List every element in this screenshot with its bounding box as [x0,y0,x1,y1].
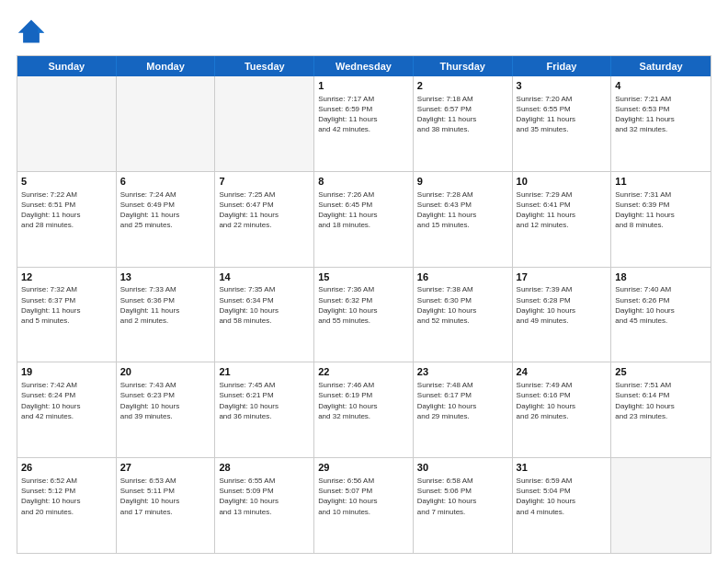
day-info: Sunrise: 7:18 AM Sunset: 6:57 PM Dayligh… [417,94,508,135]
calendar-cell-day-18: 18Sunrise: 7:40 AM Sunset: 6:26 PM Dayli… [611,268,711,362]
day-info: Sunrise: 7:40 AM Sunset: 6:26 PM Dayligh… [615,284,707,326]
calendar-cell-day-11: 11Sunrise: 7:31 AM Sunset: 6:39 PM Dayli… [611,172,711,267]
calendar-row-1: 5Sunrise: 7:22 AM Sunset: 6:51 PM Daylig… [17,171,711,267]
calendar-cell-day-21: 21Sunrise: 7:45 AM Sunset: 6:21 PM Dayli… [215,362,314,457]
calendar-cell-day-8: 8Sunrise: 7:26 AM Sunset: 6:45 PM Daylig… [314,172,414,267]
calendar-cell-day-31: 31Sunrise: 6:59 AM Sunset: 5:04 PM Dayli… [513,458,612,553]
calendar-cell-day-25: 25Sunrise: 7:51 AM Sunset: 6:14 PM Dayli… [611,362,711,457]
day-info: Sunrise: 7:38 AM Sunset: 6:30 PM Dayligh… [417,284,508,326]
weekday-header-saturday: Saturday [611,56,711,76]
day-info: Sunrise: 7:25 AM Sunset: 6:47 PM Dayligh… [219,190,310,231]
calendar-row-3: 19Sunrise: 7:42 AM Sunset: 6:24 PM Dayli… [17,362,711,457]
logo [17,17,50,46]
weekday-header-thursday: Thursday [414,56,513,76]
calendar-cell-day-9: 9Sunrise: 7:28 AM Sunset: 6:43 PM Daylig… [414,172,513,267]
day-info: Sunrise: 7:24 AM Sunset: 6:49 PM Dayligh… [120,190,211,231]
calendar-cell-day-20: 20Sunrise: 7:43 AM Sunset: 6:23 PM Dayli… [117,362,216,457]
day-info: Sunrise: 7:36 AM Sunset: 6:32 PM Dayligh… [318,284,409,326]
calendar-body: 1Sunrise: 7:17 AM Sunset: 6:59 PM Daylig… [17,76,711,553]
calendar-row-0: 1Sunrise: 7:17 AM Sunset: 6:59 PM Daylig… [17,76,711,171]
day-number: 1 [318,79,409,93]
calendar-cell-empty [611,458,711,553]
day-number: 15 [318,270,409,284]
calendar-cell-day-23: 23Sunrise: 7:48 AM Sunset: 6:17 PM Dayli… [414,362,513,457]
calendar-cell-day-16: 16Sunrise: 7:38 AM Sunset: 6:30 PM Dayli… [414,268,513,362]
day-info: Sunrise: 7:20 AM Sunset: 6:55 PM Dayligh… [517,94,608,135]
day-info: Sunrise: 7:31 AM Sunset: 6:39 PM Dayligh… [615,190,707,231]
day-number: 20 [120,365,211,379]
day-info: Sunrise: 7:26 AM Sunset: 6:45 PM Dayligh… [318,190,409,231]
day-info: Sunrise: 6:58 AM Sunset: 5:06 PM Dayligh… [417,476,508,517]
day-number: 24 [517,365,608,379]
day-number: 16 [417,270,508,284]
day-info: Sunrise: 7:29 AM Sunset: 6:41 PM Dayligh… [517,190,608,231]
day-info: Sunrise: 6:59 AM Sunset: 5:04 PM Dayligh… [517,476,608,517]
day-number: 28 [219,461,310,475]
day-info: Sunrise: 7:48 AM Sunset: 6:17 PM Dayligh… [417,380,508,421]
weekday-header-sunday: Sunday [17,56,117,76]
calendar-cell-day-4: 4Sunrise: 7:21 AM Sunset: 6:53 PM Daylig… [611,76,711,171]
calendar-cell-day-28: 28Sunrise: 6:55 AM Sunset: 5:09 PM Dayli… [215,458,314,553]
day-number: 5 [21,175,112,189]
day-number: 30 [417,461,508,475]
weekday-header-wednesday: Wednesday [314,56,414,76]
day-info: Sunrise: 7:42 AM Sunset: 6:24 PM Dayligh… [21,380,112,421]
calendar-cell-day-14: 14Sunrise: 7:35 AM Sunset: 6:34 PM Dayli… [215,268,314,362]
calendar-cell-day-27: 27Sunrise: 6:53 AM Sunset: 5:11 PM Dayli… [117,458,216,553]
day-number: 10 [517,175,608,189]
calendar: SundayMondayTuesdayWednesdayThursdayFrid… [17,55,711,554]
day-number: 6 [120,175,211,189]
calendar-cell-day-5: 5Sunrise: 7:22 AM Sunset: 6:51 PM Daylig… [17,172,117,267]
day-info: Sunrise: 6:56 AM Sunset: 5:07 PM Dayligh… [318,476,409,517]
header [17,17,711,46]
calendar-row-2: 12Sunrise: 7:32 AM Sunset: 6:37 PM Dayli… [17,267,711,362]
day-number: 3 [517,79,608,93]
calendar-cell-day-2: 2Sunrise: 7:18 AM Sunset: 6:57 PM Daylig… [414,76,513,171]
calendar-cell-day-7: 7Sunrise: 7:25 AM Sunset: 6:47 PM Daylig… [215,172,314,267]
day-number: 25 [615,365,707,379]
day-number: 29 [318,461,409,475]
day-info: Sunrise: 7:49 AM Sunset: 6:16 PM Dayligh… [517,380,608,421]
calendar-cell-day-29: 29Sunrise: 6:56 AM Sunset: 5:07 PM Dayli… [314,458,414,553]
day-info: Sunrise: 7:45 AM Sunset: 6:21 PM Dayligh… [219,380,310,421]
day-info: Sunrise: 7:33 AM Sunset: 6:36 PM Dayligh… [120,284,211,326]
calendar-header: SundayMondayTuesdayWednesdayThursdayFrid… [17,56,711,76]
day-info: Sunrise: 7:39 AM Sunset: 6:28 PM Dayligh… [517,284,608,326]
calendar-cell-day-13: 13Sunrise: 7:33 AM Sunset: 6:36 PM Dayli… [117,268,216,362]
day-number: 23 [417,365,508,379]
calendar-row-4: 26Sunrise: 6:52 AM Sunset: 5:12 PM Dayli… [17,457,711,553]
weekday-header-monday: Monday [117,56,216,76]
calendar-cell-empty [215,76,314,171]
day-number: 31 [517,461,608,475]
calendar-cell-day-17: 17Sunrise: 7:39 AM Sunset: 6:28 PM Dayli… [513,268,612,362]
calendar-cell-day-1: 1Sunrise: 7:17 AM Sunset: 6:59 PM Daylig… [314,76,414,171]
calendar-cell-day-10: 10Sunrise: 7:29 AM Sunset: 6:41 PM Dayli… [513,172,612,267]
calendar-cell-empty [17,76,117,171]
day-number: 13 [120,270,211,284]
day-info: Sunrise: 7:51 AM Sunset: 6:14 PM Dayligh… [615,380,707,421]
day-number: 11 [615,175,707,189]
day-info: Sunrise: 7:35 AM Sunset: 6:34 PM Dayligh… [219,284,310,326]
day-number: 2 [417,79,508,93]
day-info: Sunrise: 7:43 AM Sunset: 6:23 PM Dayligh… [120,380,211,421]
calendar-cell-day-22: 22Sunrise: 7:46 AM Sunset: 6:19 PM Dayli… [314,362,414,457]
day-info: Sunrise: 6:53 AM Sunset: 5:11 PM Dayligh… [120,476,211,517]
day-number: 21 [219,365,310,379]
day-info: Sunrise: 7:46 AM Sunset: 6:19 PM Dayligh… [318,380,409,421]
day-info: Sunrise: 7:21 AM Sunset: 6:53 PM Dayligh… [615,94,707,135]
calendar-cell-day-19: 19Sunrise: 7:42 AM Sunset: 6:24 PM Dayli… [17,362,117,457]
calendar-cell-day-3: 3Sunrise: 7:20 AM Sunset: 6:55 PM Daylig… [513,76,612,171]
day-number: 14 [219,270,310,284]
day-number: 26 [21,461,112,475]
weekday-header-friday: Friday [513,56,612,76]
day-number: 8 [318,175,409,189]
day-number: 4 [615,79,707,93]
calendar-cell-day-30: 30Sunrise: 6:58 AM Sunset: 5:06 PM Dayli… [414,458,513,553]
day-number: 17 [517,270,608,284]
calendar-cell-day-24: 24Sunrise: 7:49 AM Sunset: 6:16 PM Dayli… [513,362,612,457]
day-info: Sunrise: 7:17 AM Sunset: 6:59 PM Dayligh… [318,94,409,135]
calendar-cell-day-15: 15Sunrise: 7:36 AM Sunset: 6:32 PM Dayli… [314,268,414,362]
day-number: 27 [120,461,211,475]
day-info: Sunrise: 6:55 AM Sunset: 5:09 PM Dayligh… [219,476,310,517]
day-info: Sunrise: 7:32 AM Sunset: 6:37 PM Dayligh… [21,284,112,326]
